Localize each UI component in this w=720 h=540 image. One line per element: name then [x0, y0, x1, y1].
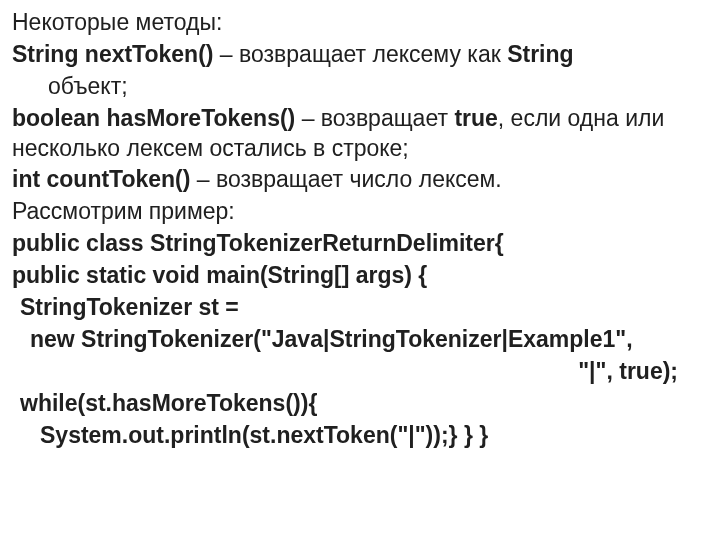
- sig-countToken: int countToken(): [12, 166, 190, 192]
- code-tokenizer-decl: StringTokenizer st =: [12, 293, 708, 323]
- sig-hasMoreTokens: boolean hasMoreTokens(): [12, 105, 295, 131]
- example-intro: Рассмотрим пример:: [12, 197, 708, 227]
- method-hasMoreTokens: boolean hasMoreTokens() – возвращает tru…: [12, 104, 708, 164]
- literal-true: true: [454, 105, 497, 131]
- intro-methods: Некоторые методы:: [12, 8, 708, 38]
- code-class-decl: public class StringTokenizerReturnDelimi…: [12, 229, 708, 259]
- code-while: while(st.hasMoreTokens()){: [12, 389, 708, 419]
- method-nextToken: String nextToken() – возвращает лексему …: [12, 40, 708, 70]
- desc-hasMoreTokens-1: – возвращает: [295, 105, 454, 131]
- code-main-decl: public static void main(String[] args) {: [12, 261, 708, 291]
- desc-nextToken-1: – возвращает лексему как: [213, 41, 507, 67]
- method-countToken: int countToken() – возвращает число лекс…: [12, 165, 708, 195]
- sig-nextToken: String nextToken(): [12, 41, 213, 67]
- code-tokenizer-new: new StringTokenizer("Java|StringTokenize…: [12, 325, 708, 355]
- desc-countToken: – возвращает число лексем.: [190, 166, 501, 192]
- code-tokenizer-args: "|", true);: [12, 357, 708, 387]
- desc-nextToken-2: объект;: [12, 72, 708, 102]
- code-println: System.out.println(st.nextToken("|"));} …: [12, 421, 708, 451]
- type-string: String: [507, 41, 573, 67]
